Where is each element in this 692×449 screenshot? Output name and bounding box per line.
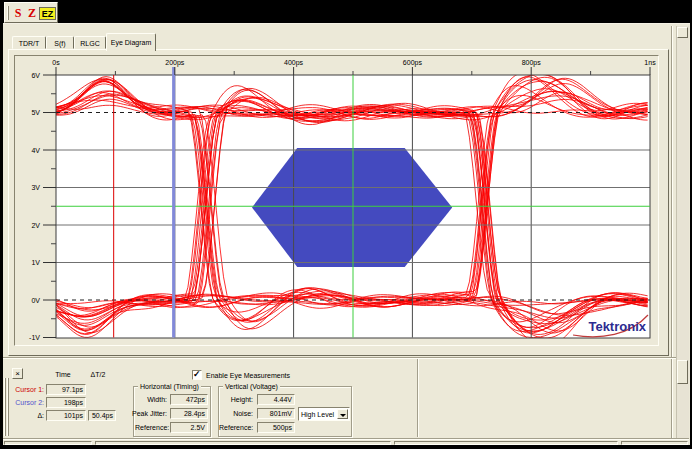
- horizontal-timing-title: Horizontal (Timing): [138, 383, 201, 391]
- x-tick-label: 0s: [52, 59, 60, 66]
- tektronix-logo: Tektronix: [588, 319, 646, 334]
- s-parameter-button[interactable]: S: [12, 6, 24, 21]
- peak-jitter-label: Peak Jitter:: [132, 409, 167, 418]
- voltage-reference-field[interactable]: 500ps: [257, 422, 295, 433]
- tab-rlgc[interactable]: RLGC: [74, 36, 106, 49]
- cursor1-label: Cursor 1:: [2, 385, 44, 394]
- noise-level-dropdown[interactable]: High Level: [298, 407, 350, 421]
- toolbar-gripper[interactable]: [7, 6, 9, 20]
- width-label: Width:: [135, 395, 167, 404]
- height-value-field: 4.44V: [257, 394, 295, 405]
- eye-diagram-plot: 0s200ps400ps600ps800ps1ns6V5V4V3V2V1V0V-…: [16, 56, 658, 344]
- y-tick-label: 5V: [31, 109, 40, 116]
- cursor2-label: Cursor 2:: [2, 398, 44, 407]
- application-window: { "window": { "toolbar_buttons": [ {"lab…: [0, 0, 692, 449]
- y-tick-label: 3V: [31, 184, 40, 191]
- chevron-down-icon: [340, 414, 346, 420]
- delta-time-field: 101ps: [46, 410, 86, 421]
- tab-s-f[interactable]: S(f): [46, 36, 74, 49]
- tab-eye-diagram[interactable]: Eye Diagram: [106, 33, 156, 51]
- dropdown-button[interactable]: [337, 409, 348, 419]
- vertical-voltage-title: Vertical (Voltage): [223, 383, 280, 391]
- x-tick-label: 800ps: [522, 59, 542, 67]
- y-tick-label: 0V: [31, 297, 40, 304]
- enable-eye-measurements-checkbox[interactable]: ✓: [192, 370, 202, 380]
- y-tick-label: -1V: [29, 334, 40, 341]
- voltage-reference-label: Reference:: [219, 423, 253, 432]
- toolbar-divider: [417, 359, 419, 437]
- x-tick-label: 400ps: [284, 59, 304, 67]
- noise-label: Noise:: [219, 409, 253, 418]
- delta-dt2-field: 50.4ps: [88, 410, 116, 421]
- time-column-header: Time: [43, 370, 83, 379]
- peak-jitter-value-field: 28.4ps: [170, 408, 208, 419]
- close-measurement-panel-button[interactable]: ×: [12, 368, 23, 379]
- width-value-field: 472ps: [170, 394, 208, 405]
- cursor2-time-field[interactable]: 198ps: [46, 397, 86, 408]
- y-tick-label: 2V: [31, 222, 40, 229]
- toolbar-top-groove: [3, 357, 676, 359]
- pane-edge-groove: [671, 26, 673, 438]
- height-label: Height:: [219, 395, 253, 404]
- dt2-column-header: ΔT/2: [82, 370, 114, 379]
- right-scrollbar-thumb-top[interactable]: [677, 27, 688, 38]
- statusbar-segment-1: [4, 441, 92, 445]
- ez-button[interactable]: EZ: [39, 7, 56, 20]
- cursor1-time-field[interactable]: 97.1ps: [46, 384, 86, 395]
- statusbar-segment-3: [394, 441, 618, 445]
- x-tick-label: 200ps: [165, 59, 185, 67]
- delta-label: Δ:: [2, 411, 44, 420]
- checkbox-check-icon: ✓: [193, 369, 201, 379]
- noise-value-field: 801mV: [257, 408, 295, 419]
- top-toolbar: S Z EZ: [4, 2, 58, 23]
- x-tick-label: 600ps: [403, 59, 423, 67]
- z-line-button[interactable]: Z: [26, 6, 38, 21]
- y-tick-label: 1V: [31, 259, 40, 266]
- y-tick-label: 6V: [31, 72, 40, 79]
- timing-reference-field[interactable]: 2.5V: [170, 422, 208, 433]
- enable-eye-measurements-label: Enable Eye Measurements: [206, 371, 316, 380]
- noise-level-value: High Level: [301, 410, 334, 419]
- y-tick-label: 4V: [31, 147, 40, 154]
- close-icon: ×: [15, 369, 20, 378]
- timing-reference-label: Reference:: [135, 423, 167, 432]
- statusbar-groove: [3, 438, 689, 440]
- tab-tdr-t[interactable]: TDR/T: [12, 36, 46, 49]
- right-scrollbar-thumb[interactable]: [677, 360, 688, 384]
- statusbar-segment-4: [621, 441, 688, 445]
- statusbar-segment-2: [95, 441, 391, 445]
- x-tick-label: 1ns: [644, 59, 656, 66]
